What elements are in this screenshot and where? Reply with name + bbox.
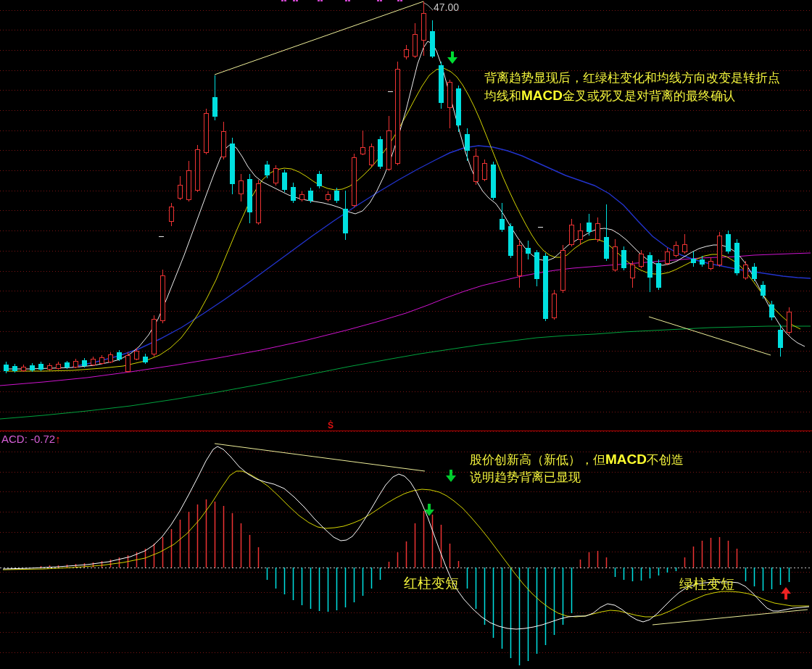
green-histogram-note: 绿柱变短 — [679, 575, 734, 594]
green-down-arrow-icon — [447, 51, 457, 64]
green-down-arrow-icon — [424, 504, 434, 516]
macd-keyword: MACD — [521, 88, 563, 103]
event-marker: Ṡ — [328, 420, 334, 431]
main-annotation-line1: 背离趋势显现后，红绿柱变化和均线方向改变是转折点 — [484, 70, 780, 87]
green-down-arrow-icon — [446, 470, 456, 482]
macd-indicator-value: ACD: -0.72↑ — [1, 433, 61, 445]
red-histogram-note: 红柱变短 — [404, 574, 459, 593]
up-arrow-icon: ↑ — [55, 433, 61, 445]
macd-annotation-line1: 股价创新高（新低），但MACD不创造 — [470, 451, 684, 469]
macd-annotation: 股价创新高（新低），但MACD不创造 说明趋势背离已显现 — [470, 451, 684, 486]
macd-keyword: MACD — [605, 452, 647, 467]
chart-window: 47.00 背离趋势显现后，红绿柱变化和均线方向改变是转折点 均线和MACD金叉… — [0, 0, 812, 669]
main-annotation: 背离趋势显现后，红绿柱变化和均线方向改变是转折点 均线和MACD金叉或死叉是对背… — [484, 70, 780, 105]
price-peak-label: 47.00 — [434, 1, 459, 13]
red-up-arrow-icon — [781, 587, 791, 599]
macd-annotation-line2: 说明趋势背离已显现 — [470, 469, 684, 486]
main-annotation-line2: 均线和MACD金叉或死叉是对背离的最终确认 — [484, 87, 780, 105]
